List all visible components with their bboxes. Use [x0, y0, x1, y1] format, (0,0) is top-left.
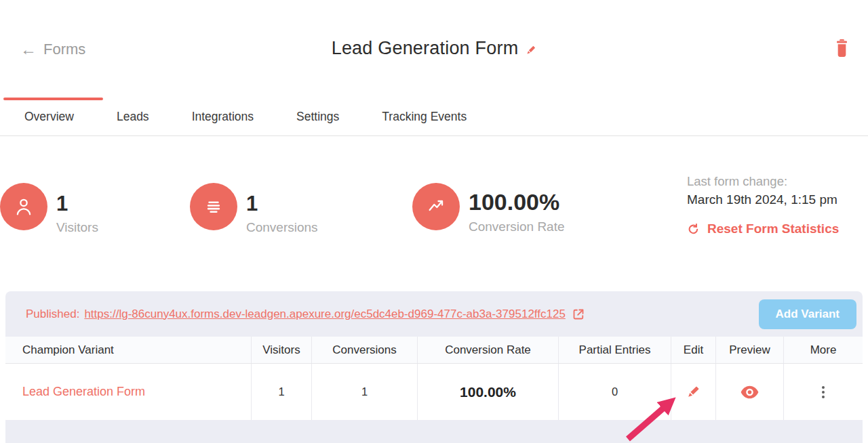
- conversions-value: 1: [246, 193, 318, 214]
- delete-form-trash-icon[interactable]: [833, 38, 850, 58]
- visitors-value: 1: [56, 193, 98, 214]
- table-row: Lead Generation Form 1 1 100.00% 0: [5, 364, 863, 420]
- edit-title-pencil-icon[interactable]: [526, 45, 536, 56]
- stat-conversion-rate: 100.00% Conversion Rate: [412, 183, 565, 234]
- external-link-icon[interactable]: [572, 308, 585, 321]
- row-conversion-rate-value: 100.00%: [418, 364, 559, 420]
- row-preview-cell: [716, 364, 784, 420]
- column-visitors: Visitors: [252, 337, 312, 363]
- row-more-cell: [784, 364, 863, 420]
- tab-tracking-events[interactable]: Tracking Events: [382, 110, 467, 124]
- tab-overview[interactable]: Overview: [24, 110, 74, 124]
- preview-eye-icon[interactable]: [741, 385, 759, 399]
- row-visitors-value: 1: [252, 364, 312, 420]
- last-change-label: Last form change:: [687, 174, 839, 189]
- variants-card: Published: https://lg-86cuny4ux.forms.de…: [5, 291, 863, 443]
- tab-settings[interactable]: Settings: [296, 110, 339, 124]
- add-variant-button[interactable]: Add Variant: [759, 299, 856, 329]
- conversion-rate-label: Conversion Rate: [469, 219, 565, 234]
- stat-visitors: 1 Visitors: [0, 183, 98, 235]
- reset-label: Reset Form Statistics: [707, 222, 839, 236]
- page-title: Lead Generation Form: [332, 38, 519, 59]
- stat-conversions: 1 Conversions: [190, 183, 318, 235]
- table-header-row: Champion Variant Visitors Conversions Co…: [5, 337, 863, 364]
- visitors-label: Visitors: [56, 220, 98, 235]
- tab-leads[interactable]: Leads: [117, 110, 149, 124]
- published-url-link[interactable]: https://lg-86cuny4ux.forms.dev-leadgen.a…: [84, 308, 565, 321]
- refresh-icon: [687, 223, 700, 236]
- title-bar: Lead Generation Form: [0, 38, 868, 59]
- list-lines-icon: [190, 183, 237, 230]
- published-label: Published:: [26, 308, 79, 321]
- page: { "header": { "back_label": "Forms", "ba…: [0, 0, 868, 443]
- conversions-label: Conversions: [246, 220, 318, 235]
- person-icon: [0, 183, 47, 230]
- conversion-rate-value: 100.00%: [469, 190, 565, 213]
- tab-bar: Overview Leads Integrations Settings Tra…: [0, 98, 868, 136]
- row-conversions-value: 1: [312, 364, 418, 420]
- active-tab-indicator: [3, 98, 103, 100]
- row-edit-cell: [671, 364, 716, 420]
- column-edit: Edit: [671, 337, 716, 363]
- edit-pencil-icon[interactable]: [686, 385, 701, 399]
- column-conversions: Conversions: [312, 337, 418, 363]
- column-partial-entries: Partial Entries: [559, 337, 671, 363]
- more-kebab-icon[interactable]: [818, 382, 829, 402]
- row-partial-entries-value: 0: [559, 364, 671, 420]
- column-preview: Preview: [716, 337, 784, 363]
- reset-form-statistics-button[interactable]: Reset Form Statistics: [687, 222, 839, 236]
- tab-integrations[interactable]: Integrations: [192, 110, 254, 124]
- last-change-value: March 19th 2024, 1:15 pm: [687, 192, 839, 207]
- variant-name-link[interactable]: Lead Generation Form: [5, 364, 252, 420]
- column-conversion-rate: Conversion Rate: [418, 337, 559, 363]
- last-change-block: Last form change: March 19th 2024, 1:15 …: [687, 174, 839, 236]
- publish-bar: Published: https://lg-86cuny4ux.forms.de…: [5, 291, 863, 337]
- column-more: More: [784, 337, 863, 363]
- column-champion-variant: Champion Variant: [5, 337, 252, 363]
- trend-up-icon: [412, 183, 460, 230]
